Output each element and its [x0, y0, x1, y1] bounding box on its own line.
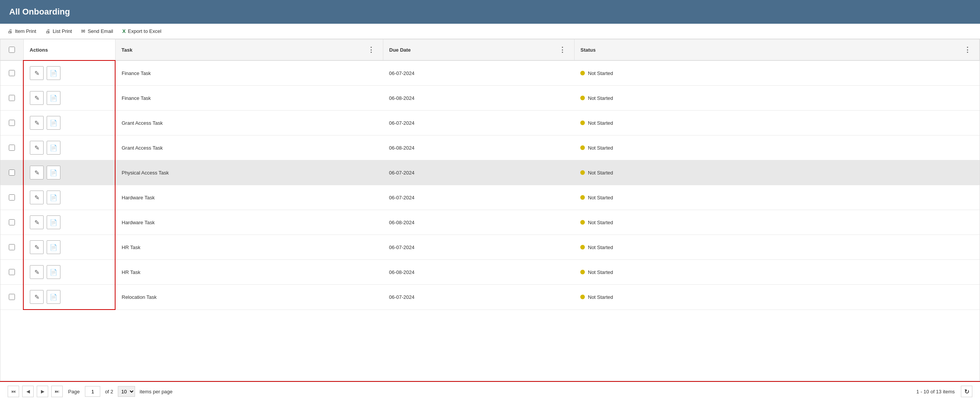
table-container: Actions Task ⋮ Due Date ⋮ — [0, 39, 980, 381]
item-print-icon: 🖨 — [8, 28, 13, 34]
row-checkbox[interactable] — [9, 194, 15, 200]
table-row: ✎ 📄 Hardware Task06-07-2024 Not Started — [0, 185, 980, 210]
edit-button[interactable]: ✎ — [30, 265, 44, 279]
row-actions-cell: ✎ 📄 — [23, 185, 115, 210]
row-checkbox[interactable] — [9, 294, 15, 300]
status-dot-icon — [580, 121, 585, 125]
th-task-label: Task — [122, 47, 133, 53]
document-button[interactable]: 📄 — [47, 66, 60, 80]
row-actions-cell: ✎ 📄 — [23, 285, 115, 310]
row-checkbox-cell — [0, 160, 23, 185]
duedate-column-menu[interactable]: ⋮ — [557, 45, 568, 55]
row-status-cell: Not Started — [574, 86, 980, 111]
row-checkbox[interactable] — [9, 95, 15, 101]
row-actions-cell: ✎ 📄 — [23, 160, 115, 185]
select-all-checkbox[interactable] — [9, 47, 15, 53]
refresh-button[interactable]: ↻ — [961, 386, 972, 397]
th-status: Status ⋮ — [574, 39, 980, 60]
row-task-cell: HR Task — [115, 235, 383, 260]
row-duedate-cell: 06-08-2024 — [383, 86, 574, 111]
app-wrapper: All Onboarding 🖨 Item Print 🖨 List Print… — [0, 0, 980, 401]
row-task-cell: Hardware Task — [115, 185, 383, 210]
row-actions-cell: ✎ 📄 — [23, 235, 115, 260]
status-column-menu[interactable]: ⋮ — [962, 45, 973, 55]
table-row: ✎ 📄 Grant Access Task06-08-2024 Not Star… — [0, 135, 980, 160]
document-button[interactable]: 📄 — [47, 191, 60, 204]
pagination-bar: ⏮ ◀ ▶ ⏭ Page of 2 10 25 50 items per pag… — [0, 381, 980, 401]
document-button[interactable]: 📄 — [47, 240, 60, 254]
row-duedate-cell: 06-08-2024 — [383, 210, 574, 235]
row-actions-cell: ✎ 📄 — [23, 135, 115, 160]
row-status-cell: Not Started — [574, 111, 980, 135]
list-print-label: List Print — [53, 28, 72, 34]
row-checkbox[interactable] — [9, 145, 15, 151]
item-print-button[interactable]: 🖨 Item Print — [8, 28, 36, 34]
status-label: Not Started — [588, 269, 613, 275]
row-checkbox-cell — [0, 260, 23, 285]
row-checkbox[interactable] — [9, 120, 15, 126]
table-row: ✎ 📄 Physical Access Task06-07-2024 Not S… — [0, 160, 980, 185]
status-dot-icon — [580, 170, 585, 175]
send-email-label: Send Email — [88, 28, 113, 34]
status-label: Not Started — [588, 120, 613, 126]
send-email-button[interactable]: ✉ Send Email — [81, 28, 113, 34]
edit-button[interactable]: ✎ — [30, 191, 44, 204]
row-task-cell: Hardware Task — [115, 210, 383, 235]
edit-button[interactable]: ✎ — [30, 290, 44, 304]
status-dot-icon — [580, 270, 585, 274]
row-checkbox-cell — [0, 111, 23, 135]
export-excel-label: Export to Excel — [128, 28, 161, 34]
edit-button[interactable]: ✎ — [30, 240, 44, 254]
table-row: ✎ 📄 Grant Access Task06-07-2024 Not Star… — [0, 111, 980, 135]
row-checkbox[interactable] — [9, 269, 15, 275]
first-page-button[interactable]: ⏮ — [8, 386, 19, 397]
edit-button[interactable]: ✎ — [30, 215, 44, 229]
document-button[interactable]: 📄 — [47, 265, 60, 279]
row-actions-cell: ✎ 📄 — [23, 60, 115, 86]
list-print-button[interactable]: 🖨 List Print — [46, 28, 72, 34]
row-duedate-cell: 06-07-2024 — [383, 185, 574, 210]
edit-button[interactable]: ✎ — [30, 141, 44, 155]
document-button[interactable]: 📄 — [47, 215, 60, 229]
data-table: Actions Task ⋮ Due Date ⋮ — [0, 39, 980, 310]
row-checkbox[interactable] — [9, 244, 15, 250]
row-checkbox[interactable] — [9, 219, 15, 225]
row-duedate-cell: 06-08-2024 — [383, 135, 574, 160]
table-row: ✎ 📄 HR Task06-08-2024 Not Started — [0, 260, 980, 285]
last-page-button[interactable]: ⏭ — [51, 386, 63, 397]
th-task: Task ⋮ — [115, 39, 383, 60]
export-excel-button[interactable]: X Export to Excel — [122, 28, 161, 34]
row-checkbox-cell — [0, 185, 23, 210]
status-dot-icon — [580, 96, 585, 100]
status-label: Not Started — [588, 245, 613, 250]
th-duedate-label: Due Date — [389, 47, 411, 53]
toolbar: 🖨 Item Print 🖨 List Print ✉ Send Email X… — [0, 24, 980, 39]
row-checkbox[interactable] — [9, 170, 15, 176]
document-button[interactable]: 📄 — [47, 116, 60, 130]
row-status-cell: Not Started — [574, 210, 980, 235]
edit-button[interactable]: ✎ — [30, 116, 44, 130]
document-button[interactable]: 📄 — [47, 290, 60, 304]
export-excel-icon: X — [122, 28, 126, 34]
th-duedate: Due Date ⋮ — [383, 39, 574, 60]
row-checkbox-cell — [0, 86, 23, 111]
document-button[interactable]: 📄 — [47, 166, 60, 179]
prev-page-button[interactable]: ◀ — [22, 386, 34, 397]
table-body: ✎ 📄 Finance Task06-07-2024 Not Started ✎… — [0, 60, 980, 310]
row-status-cell: Not Started — [574, 285, 980, 310]
edit-button[interactable]: ✎ — [30, 91, 44, 105]
edit-button[interactable]: ✎ — [30, 66, 44, 80]
row-checkbox[interactable] — [9, 70, 15, 76]
row-duedate-cell: 06-07-2024 — [383, 160, 574, 185]
row-duedate-cell: 06-07-2024 — [383, 285, 574, 310]
edit-button[interactable]: ✎ — [30, 166, 44, 179]
document-button[interactable]: 📄 — [47, 141, 60, 155]
per-page-select[interactable]: 10 25 50 — [118, 386, 135, 397]
row-status-cell: Not Started — [574, 260, 980, 285]
task-column-menu[interactable]: ⋮ — [365, 45, 377, 55]
status-label: Not Started — [588, 95, 613, 101]
page-number-input[interactable] — [85, 386, 100, 397]
document-button[interactable]: 📄 — [47, 91, 60, 105]
items-per-page-label: items per page — [140, 389, 173, 394]
next-page-button[interactable]: ▶ — [37, 386, 48, 397]
